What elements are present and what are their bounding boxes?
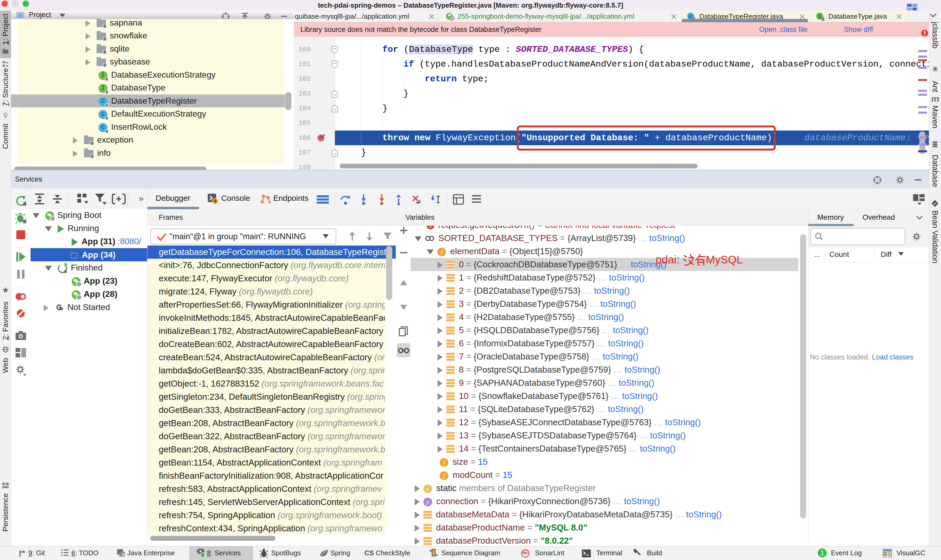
svg-text:I: I xyxy=(818,14,821,20)
svg-text:EE: EE xyxy=(122,552,126,556)
svg-text:1: 1 xyxy=(821,549,824,557)
